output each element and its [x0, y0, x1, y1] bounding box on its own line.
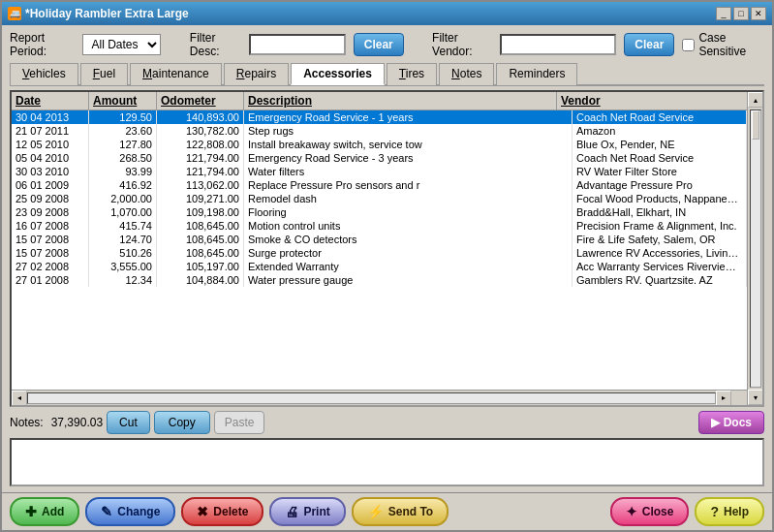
tab-vehicles[interactable]: Vehicles — [10, 63, 78, 85]
cell-description: Emergency Road Service - 1 years — [244, 110, 573, 124]
scroll-left-button[interactable]: ◂ — [12, 391, 27, 406]
cell-odometer: 121,794.00 — [157, 151, 244, 165]
cut-button[interactable]: Cut — [107, 411, 150, 434]
case-sensitive-checkbox[interactable] — [682, 39, 695, 51]
vertical-scrollbar[interactable]: ▴ ▾ — [747, 92, 762, 405]
cell-vendor: Lawrence RV Accessories, Livingston, TX — [573, 246, 747, 260]
minimize-button[interactable]: _ — [716, 7, 731, 20]
col-amount[interactable]: Amount — [89, 92, 157, 110]
tab-fuel[interactable]: Fuel — [80, 63, 128, 85]
change-button[interactable]: ✎ Change — [85, 497, 175, 526]
vendor-label: Filter Vendor: — [432, 31, 492, 58]
notes-textarea[interactable] — [10, 438, 764, 486]
cell-date: 30 04 2013 — [12, 110, 89, 124]
table-row[interactable]: 16 07 2008415.74108,645.00Motion control… — [12, 219, 747, 233]
titlebar-buttons: _ □ ✕ — [716, 7, 766, 20]
tab-notes[interactable]: Notes — [439, 63, 494, 85]
cell-description: Motion control units — [244, 219, 573, 233]
help-button[interactable]: ? Help — [695, 497, 764, 526]
cell-amount: 93.99 — [89, 165, 157, 178]
table-row[interactable]: 25 09 20082,000.00109,271.00Remodel dash… — [12, 192, 747, 205]
add-button[interactable]: ✚ Add — [10, 497, 79, 526]
table-row[interactable]: 30 03 201093.99121,794.00Water filtersRV… — [12, 165, 747, 178]
cell-amount: 12.34 — [89, 273, 157, 287]
period-select[interactable]: All Dates This Year Last Year Custom — [82, 34, 161, 55]
table-row[interactable]: 05 04 2010268.50121,794.00Emergency Road… — [12, 151, 747, 165]
table-row[interactable]: 27 02 20083,555.00105,197.00Extended War… — [12, 260, 747, 273]
horizontal-scrollbar-track[interactable] — [27, 392, 716, 404]
close-window-button[interactable]: ✕ — [751, 7, 766, 20]
cell-amount: 124.70 — [89, 233, 157, 246]
docs-button[interactable]: ▶ Docs — [698, 411, 764, 434]
cell-description: Smoke & CO detectors — [244, 233, 573, 246]
tab-accessories[interactable]: Accessories — [291, 63, 385, 85]
table-row[interactable]: 27 01 200812.34104,884.00Water pressure … — [12, 273, 747, 287]
cell-amount: 127.80 — [89, 138, 157, 151]
cell-description: Surge protector — [244, 246, 573, 260]
cell-vendor: Bradd&Hall, Elkhart, IN — [573, 205, 747, 219]
tab-tires[interactable]: Tires — [387, 63, 437, 85]
cell-odometer: 109,271.00 — [157, 192, 244, 205]
vertical-scrollbar-track[interactable] — [750, 110, 761, 388]
cell-amount: 415.74 — [89, 219, 157, 233]
table-row[interactable]: 15 07 2008124.70108,645.00Smoke & CO det… — [12, 233, 747, 246]
footer-left: ✚ Add ✎ Change ✖ Delete 🖨 Print ⚡ Send T… — [10, 497, 449, 526]
delete-button[interactable]: ✖ Delete — [181, 497, 263, 526]
table-row[interactable]: 15 07 2008510.26108,645.00Surge protecto… — [12, 246, 747, 260]
table-row[interactable]: 30 04 2013129.50140,893.00Emergency Road… — [12, 110, 747, 124]
table-row[interactable]: 06 01 2009416.92113,062.00Replace Pressu… — [12, 178, 747, 192]
cell-amount: 129.50 — [89, 110, 157, 124]
vertical-scrollbar-thumb[interactable] — [752, 110, 759, 140]
print-button[interactable]: 🖨 Print — [269, 497, 345, 526]
cell-amount: 3,555.00 — [89, 260, 157, 273]
tab-reminders[interactable]: Reminders — [496, 63, 577, 85]
cell-description: Remodel dash — [244, 192, 573, 205]
col-odometer[interactable]: Odometer — [157, 92, 244, 110]
bottom-controls: Notes: 37,390.03 Cut Copy Paste ▶ Docs — [10, 411, 764, 434]
sendto-button[interactable]: ⚡ Send To — [352, 497, 449, 526]
print-icon: 🖨 — [285, 504, 298, 519]
titlebar-title: 🚐 *Holiday Rambler Extra Large — [8, 7, 189, 20]
desc-label: Filter Desc: — [190, 31, 241, 58]
desc-input[interactable] — [249, 34, 346, 55]
cell-vendor: Focal Wood Products, Nappanee, IN — [573, 192, 747, 205]
clear-desc-button[interactable]: Clear — [354, 33, 404, 56]
close-button[interactable]: ✦ Close — [610, 497, 690, 526]
cell-odometer: 121,794.00 — [157, 165, 244, 178]
copy-button[interactable]: Copy — [154, 411, 210, 434]
table-row[interactable]: 23 09 20081,070.00109,198.00FlooringBrad… — [12, 205, 747, 219]
table-row[interactable]: 12 05 2010127.80122,808.00Install breaka… — [12, 138, 747, 151]
cell-vendor: Advantage Pressure Pro — [573, 178, 747, 192]
case-sensitive-label: Case Sensitive — [682, 31, 764, 58]
col-date[interactable]: Date — [12, 92, 89, 110]
cell-odometer: 109,198.00 — [157, 205, 244, 219]
cell-amount: 268.50 — [89, 151, 157, 165]
cell-date: 23 09 2008 — [12, 205, 89, 219]
scroll-right-button[interactable]: ▸ — [716, 391, 731, 406]
scroll-down-button[interactable]: ▾ — [748, 390, 763, 405]
cell-date: 27 01 2008 — [12, 273, 89, 287]
table-row[interactable]: 21 07 201123.60130,782.00Step rugsAmazon — [12, 124, 747, 138]
cell-vendor: Gamblers RV. Quartzsite. AZ — [573, 273, 747, 287]
cell-description: Step rugs — [244, 124, 573, 138]
maximize-button[interactable]: □ — [733, 7, 749, 20]
change-icon: ✎ — [101, 504, 112, 519]
col-description[interactable]: Description — [244, 92, 557, 110]
data-table: Date Amount Odometer Description Vendor … — [10, 90, 764, 407]
cell-date: 15 07 2008 — [12, 246, 89, 260]
paste-button[interactable]: Paste — [214, 411, 265, 434]
scroll-up-button[interactable]: ▴ — [748, 92, 763, 108]
clear-vendor-button[interactable]: Clear — [624, 33, 674, 56]
vendor-input[interactable] — [500, 34, 616, 55]
table-body[interactable]: 30 04 2013129.50140,893.00Emergency Road… — [12, 110, 747, 390]
app-icon: 🚐 — [8, 7, 21, 20]
col-vendor[interactable]: Vendor — [557, 92, 731, 110]
help-icon: ? — [710, 504, 719, 519]
tab-maintenance[interactable]: Maintenance — [130, 63, 222, 85]
cell-vendor: RV Water Filter Store — [573, 165, 747, 178]
table-header: Date Amount Odometer Description Vendor — [12, 92, 747, 110]
tab-repairs[interactable]: Repairs — [224, 63, 289, 85]
window-title: *Holiday Rambler Extra Large — [25, 7, 189, 20]
horizontal-scrollbar[interactable]: ◂ ▸ — [12, 390, 747, 405]
cell-amount: 416.92 — [89, 178, 157, 192]
